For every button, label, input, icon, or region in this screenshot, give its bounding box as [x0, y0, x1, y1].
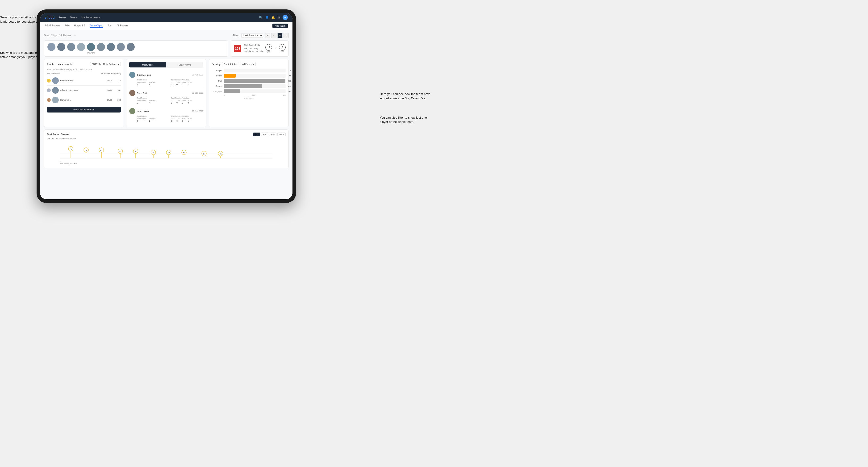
yds-box-2: 0	[279, 44, 286, 51]
bar-value-eagles: 3	[290, 69, 291, 72]
streak-filter-app[interactable]: APP	[261, 132, 268, 136]
player-avatars: Players	[48, 43, 135, 54]
sort-view-btn[interactable]: ↕	[283, 33, 289, 38]
lb-player-row-2[interactable]: 2 Edward Crossman 18/20 107	[47, 86, 121, 95]
edit-icon[interactable]: ✏	[73, 34, 75, 37]
bar-label-pars: Pars	[212, 80, 222, 82]
bar-value-doubles: 131	[288, 90, 291, 92]
player-avatar-2[interactable]	[57, 43, 65, 51]
svg-text:7x: 7x	[70, 148, 72, 150]
activity-player-3: Josh Coles 26 Aug 2023 Total Rounds Tour…	[129, 106, 203, 124]
grid-view-btn[interactable]: ⊞	[265, 33, 270, 38]
nav-item-my-performance[interactable]: My Performance	[81, 16, 100, 19]
bar-label-doubles: D. Bogeys +	[212, 90, 222, 92]
person-icon[interactable]: 👤	[265, 16, 269, 19]
bar-label-bogeys: Bogeys	[212, 85, 222, 87]
tab-pga[interactable]: PGA	[65, 24, 70, 28]
drill-dropdown[interactable]: PUTT Must Make Putting... ▾	[90, 62, 121, 66]
lb-score-3: 17/20	[104, 99, 112, 101]
streaks-header: Best Round Streaks OTT APP ARG PUTT	[47, 132, 286, 136]
app-val-1: 0	[177, 84, 180, 86]
streak-filter-arg[interactable]: ARG	[269, 132, 276, 136]
player-avatar-7[interactable]	[107, 43, 115, 51]
practice-label-2: Practice	[149, 99, 155, 102]
streak-chart-svg: 7x 6x 6x 5x	[47, 142, 286, 165]
settings-icon[interactable]: ⚙	[277, 16, 280, 19]
putt-label-3: PUTT	[187, 118, 192, 120]
user-avatar[interactable]: A▾	[283, 15, 288, 20]
total-practice-label-2: Total Practice Activities	[171, 97, 203, 99]
arg-label-1: ARG	[182, 81, 186, 84]
annotation-filter: You can also filter to show just one pla…	[380, 116, 432, 124]
nav-item-teams[interactable]: Teams	[70, 16, 78, 19]
activity-player-2-header: Rees Britt 02 Sep 2023	[129, 90, 203, 96]
lb-player-row-3[interactable]: 3 Cameron... 17/20 103	[47, 95, 121, 105]
rank-badge-1: 1	[47, 79, 51, 83]
activity-practice-section-3: Total Practice Activities OTT 0 APP 0	[171, 115, 203, 122]
bar-row-eagles: Eagles 3	[212, 69, 286, 72]
player-avatar-8[interactable]	[117, 43, 125, 51]
activity-player-1: Blair McHarg 26 Aug 2023 Total Rounds To…	[129, 70, 203, 88]
tab-team-clippd[interactable]: Team Clippd	[90, 24, 103, 28]
activity-practice-section-1: Total Practice Activities OTT 0 APP 0	[171, 79, 203, 86]
tab-pgat-players[interactable]: PGAT Players	[45, 24, 60, 28]
search-icon[interactable]: 🔍	[259, 16, 263, 19]
players-label: Players	[48, 52, 135, 54]
streak-filter-putt[interactable]: PUTT	[277, 132, 286, 136]
activity-date-2: 02 Sep 2023	[192, 92, 203, 94]
add-team-button[interactable]: Add Team	[272, 24, 288, 28]
app-label-3: APP	[177, 118, 180, 120]
practice-label-1: Practice	[149, 81, 155, 84]
view-full-leaderboard-button[interactable]: View Full Leaderboard	[47, 107, 121, 113]
tab-tour[interactable]: Tour	[107, 24, 112, 28]
arg-val-2: 0	[182, 102, 186, 104]
sub-navigation: PGAT Players PGA Hcaps 1-5 Team Clippd T…	[40, 22, 292, 30]
activity-toggle: Most Active Least Active	[129, 62, 203, 67]
yds-box-1: 16	[266, 44, 272, 51]
arg-val-1: 0	[182, 84, 186, 86]
nav-item-home[interactable]: Home	[59, 16, 66, 19]
logo: clippd	[45, 15, 55, 19]
svg-text:3x: 3x	[220, 153, 221, 155]
least-active-toggle[interactable]: Least Active	[166, 62, 203, 67]
list-view-btn[interactable]: ≡	[271, 33, 276, 38]
arg-label-2: ARG	[182, 99, 186, 102]
bar-fill-doubles	[224, 89, 240, 93]
lb-player-row-1[interactable]: 1 Richard Butler... 19/20 110	[47, 76, 121, 86]
bell-icon[interactable]: 🔔	[271, 16, 275, 19]
streak-filter-group: OTT APP ARG PUTT	[253, 132, 286, 136]
activity-card: Most Active Least Active Blair McHarg 26…	[126, 59, 206, 127]
player-avatar-4[interactable]	[77, 43, 85, 51]
chart-axis: 0 200 400	[224, 94, 286, 96]
bar-fill-bogeys	[224, 84, 262, 88]
shot-card: 198 Shot Dist: 16 yds Start Lie: Rough E…	[231, 40, 289, 57]
player-avatar-3[interactable]	[67, 43, 75, 51]
par-filter-btn[interactable]: Par 3, 4 & 5s ▾	[222, 62, 239, 66]
nav-items: Home Teams My Performance	[59, 16, 259, 19]
streak-chart-area: 7x 6x 6x 5x	[47, 142, 286, 165]
total-rounds-label-3: Total Rounds	[137, 115, 169, 117]
show-select[interactable]: Last 3 months Last 6 months Last year	[241, 33, 263, 38]
total-rounds-label-2: Total Rounds	[137, 97, 169, 99]
svg-text:5x: 5x	[135, 151, 136, 153]
bar-value-pars: 499	[288, 80, 291, 82]
detail-view-btn[interactable]: ▤	[277, 33, 283, 38]
rank-badge-3: 3	[47, 98, 51, 102]
lb-avg-2: 107	[114, 89, 121, 92]
lb-name-2: Edward Crossman	[60, 89, 102, 92]
streak-filter-ott[interactable]: OTT	[253, 132, 260, 136]
bar-row-pars: Pars 499	[212, 79, 286, 83]
player-filter-btn[interactable]: All Players ▾	[241, 62, 256, 66]
chart-footer: Total Shots	[212, 97, 286, 99]
ott-val-1: 0	[171, 84, 175, 86]
activity-practice-section-2: Total Practice Activities OTT 0 APP 0	[171, 97, 203, 104]
player-avatar-5[interactable]	[87, 43, 95, 51]
tab-hcaps[interactable]: Hcaps 1-5	[74, 24, 85, 28]
bar-row-birdies: Birdies 96	[212, 74, 286, 77]
player-avatar-6[interactable]	[97, 43, 105, 51]
most-active-toggle[interactable]: Most Active	[129, 62, 166, 67]
player-avatar-9[interactable]	[127, 43, 135, 51]
svg-text:0: 0	[60, 160, 61, 162]
player-avatar-1[interactable]	[48, 43, 55, 51]
tab-all-players[interactable]: All Players	[117, 24, 128, 28]
